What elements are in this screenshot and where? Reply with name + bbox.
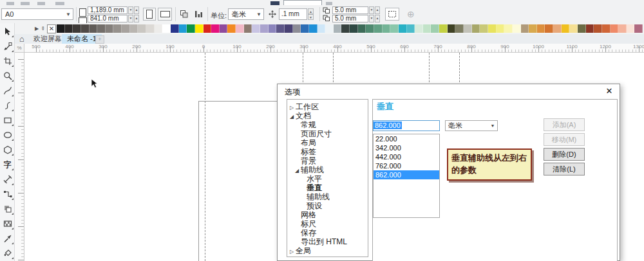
guideline-442mm[interactable] xyxy=(333,53,334,82)
tree-item[interactable]: 布局 xyxy=(287,138,368,147)
tree-item[interactable]: 背景 xyxy=(287,156,368,165)
color-swatch[interactable] xyxy=(317,24,326,33)
current-page-button[interactable] xyxy=(192,8,205,21)
tree-item[interactable]: ◢辅助线 xyxy=(287,165,368,174)
color-swatch[interactable] xyxy=(65,24,73,33)
chevron-down-icon[interactable]: ▼ xyxy=(64,12,73,17)
height-step-up-button[interactable]: ▲ xyxy=(134,15,139,22)
width-step-up-button[interactable]: ▲ xyxy=(134,6,139,14)
color-swatch[interactable] xyxy=(138,24,146,33)
color-swatch[interactable] xyxy=(227,24,236,33)
color-swatch[interactable] xyxy=(260,24,269,33)
v-ruler[interactable] xyxy=(15,53,24,261)
guide-list-item[interactable]: 862.000 xyxy=(374,170,439,179)
color-swatch[interactable] xyxy=(90,24,98,33)
color-swatch[interactable] xyxy=(106,24,114,33)
connector-tool[interactable] xyxy=(1,187,14,201)
color-swatch[interactable] xyxy=(113,24,122,33)
color-swatch[interactable] xyxy=(81,24,90,33)
palette-flyout-icon[interactable]: ▶ xyxy=(35,26,39,32)
fill-tool[interactable] xyxy=(1,246,14,260)
eyedropper-tool[interactable] xyxy=(1,231,14,245)
color-swatch[interactable] xyxy=(122,24,130,33)
tree-item[interactable]: 标尺 xyxy=(287,219,368,228)
color-swatch[interactable] xyxy=(97,24,106,33)
clear-button[interactable]: 清除(L) xyxy=(544,163,585,176)
color-swatch[interactable] xyxy=(399,24,407,33)
color-swatch[interactable] xyxy=(195,24,204,33)
color-swatch[interactable] xyxy=(627,24,635,33)
color-swatch[interactable] xyxy=(553,24,562,33)
color-swatch[interactable] xyxy=(211,24,220,33)
guide-units-combo[interactable]: 毫米 ▼ xyxy=(445,120,498,131)
tab-welcome-screen[interactable]: 欢迎屏幕 xyxy=(28,34,67,44)
chevron-down-icon[interactable]: ▼ xyxy=(488,123,497,128)
color-swatch[interactable] xyxy=(334,24,342,33)
guide-list-item[interactable]: 342.000 xyxy=(374,143,439,152)
units-combo[interactable]: 毫米 ▼ xyxy=(228,8,264,20)
color-swatch[interactable] xyxy=(504,24,513,33)
paper-size-combo[interactable]: A0 ▼ xyxy=(1,8,73,20)
color-swatch[interactable] xyxy=(602,24,611,33)
color-swatch[interactable] xyxy=(390,24,399,33)
color-swatch[interactable] xyxy=(545,24,553,33)
color-swatch[interactable] xyxy=(341,24,350,33)
color-swatch[interactable] xyxy=(171,24,179,33)
color-swatch[interactable] xyxy=(431,24,439,33)
page-height-field[interactable]: 841.0 mm xyxy=(88,15,128,22)
color-swatch[interactable] xyxy=(204,24,212,33)
color-swatch[interactable] xyxy=(472,24,480,33)
tree-item[interactable]: 页面尺寸 xyxy=(287,129,368,138)
color-swatch[interactable] xyxy=(236,24,244,33)
portrait-button[interactable] xyxy=(143,8,156,21)
tree-item[interactable]: 垂直 xyxy=(287,183,368,192)
tree-item[interactable]: 网格 xyxy=(287,210,368,219)
color-swatch[interactable] xyxy=(497,24,505,33)
guideline-862mm[interactable] xyxy=(459,53,460,82)
close-icon[interactable]: ✕ xyxy=(603,86,615,97)
duplicate-y-field[interactable]: 5.0 mm xyxy=(332,15,368,22)
all-pages-button[interactable] xyxy=(178,8,191,21)
color-swatch[interactable] xyxy=(618,24,627,33)
color-swatch[interactable] xyxy=(350,24,358,33)
color-swatch[interactable] xyxy=(423,24,431,33)
color-swatch[interactable] xyxy=(521,24,529,33)
width-step-down-button[interactable]: ▼ xyxy=(128,6,133,14)
color-swatch[interactable] xyxy=(155,24,163,33)
color-swatch[interactable] xyxy=(187,24,195,33)
color-swatch[interactable] xyxy=(285,24,293,33)
home-icon[interactable]: ⌂ xyxy=(17,34,27,44)
palette-eyedropper-icon[interactable]: ✎ xyxy=(39,25,46,32)
color-swatch[interactable] xyxy=(301,24,309,33)
color-swatch[interactable] xyxy=(293,24,301,33)
no-color-swatch[interactable]: ✕ xyxy=(47,24,56,33)
tree-item[interactable]: 导出到 HTML xyxy=(287,237,368,246)
rectangle-tool[interactable] xyxy=(1,113,14,127)
color-swatch[interactable] xyxy=(448,24,456,33)
duplicate-x-field[interactable]: 5.0 mm xyxy=(332,6,368,14)
text-tool[interactable]: 字 xyxy=(1,158,14,171)
guide-position-input[interactable]: 862.000 xyxy=(373,120,440,131)
delete-button[interactable]: 删除(D) xyxy=(544,148,585,161)
color-swatch[interactable] xyxy=(407,24,415,33)
crop-tool[interactable] xyxy=(1,54,14,68)
dup-y-step-down-button[interactable]: ▼ xyxy=(369,15,374,22)
color-swatch[interactable] xyxy=(586,24,594,33)
color-swatch[interactable] xyxy=(269,24,277,33)
color-swatch[interactable] xyxy=(73,24,81,33)
tree-item[interactable]: 水平 xyxy=(287,174,368,183)
nudge-step-up-button[interactable]: ▲ xyxy=(308,8,314,14)
color-swatch[interactable] xyxy=(325,24,334,33)
color-swatch[interactable] xyxy=(276,24,285,33)
guideline-762mm[interactable] xyxy=(429,53,430,82)
new-tab-button[interactable]: + xyxy=(95,35,104,44)
color-swatch[interactable] xyxy=(146,24,155,33)
height-step-down-button[interactable]: ▼ xyxy=(128,15,133,22)
freehand-tool[interactable] xyxy=(1,84,14,97)
guideline-22mm[interactable] xyxy=(205,53,205,261)
color-swatch[interactable] xyxy=(179,24,187,33)
tree-item[interactable]: ▷工作区 xyxy=(287,102,368,111)
tree-expand-icon[interactable]: ▷ xyxy=(290,248,296,256)
color-swatch[interactable] xyxy=(537,24,545,33)
color-swatch[interactable] xyxy=(569,24,578,33)
